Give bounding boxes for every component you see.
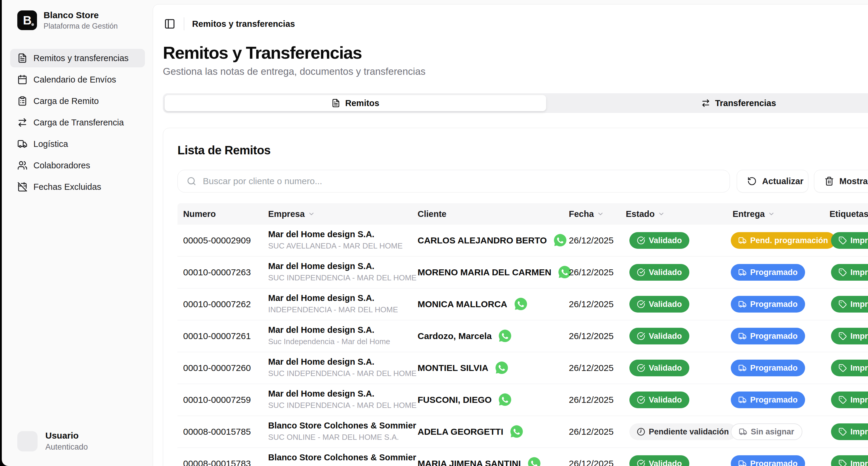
sidebar-item-colaboradores[interactable]: Colaboradores bbox=[10, 156, 145, 175]
chevron-down-icon bbox=[768, 210, 775, 218]
search-box bbox=[178, 170, 730, 193]
status-badge: Validado bbox=[629, 360, 689, 376]
tag-icon bbox=[838, 460, 847, 466]
logo-dot bbox=[31, 23, 34, 26]
client-name: FUSCONI, DIEGO bbox=[417, 395, 492, 405]
company-name: Mar del Home design S.A. bbox=[268, 229, 403, 239]
tab-remitos[interactable]: Remitos bbox=[165, 95, 546, 111]
truck-icon bbox=[738, 300, 747, 308]
sidebar-item-label: Carga de Transferencia bbox=[33, 118, 124, 128]
cell-status: Validado bbox=[629, 392, 689, 408]
cell-tag: Impreso bbox=[831, 296, 868, 312]
truck-icon bbox=[738, 268, 747, 276]
circle-check-icon bbox=[637, 332, 645, 340]
sidebar-item-calendario-de-env-os[interactable]: Calendario de Envíos bbox=[10, 70, 145, 89]
table-row[interactable]: 00005-00002909 Mar del Home design S.A. … bbox=[178, 225, 868, 257]
user-card[interactable]: Usuario Autenticado bbox=[17, 431, 88, 452]
sidebar-item-label: Calendario de Envíos bbox=[33, 75, 116, 85]
cell-delivery: Programado bbox=[731, 392, 805, 408]
status-badge: Validado bbox=[629, 232, 689, 249]
whatsapp-icon[interactable] bbox=[527, 456, 542, 466]
show-deleted-label: Mostrar e bbox=[839, 176, 868, 186]
whatsapp-icon[interactable] bbox=[553, 233, 568, 248]
cell-client: FUSCONI, DIEGO bbox=[417, 392, 513, 407]
cell-company: Blanco Store Colchones & Sommier SUC ONL… bbox=[268, 421, 416, 442]
clipboard-list-icon bbox=[17, 96, 27, 106]
column-header-empresa[interactable]: Empresa bbox=[268, 203, 315, 225]
table-row[interactable]: 00008-00015783 Blanco Store Colchones & … bbox=[178, 448, 868, 466]
tab-bar: Remitos Transferencias bbox=[163, 93, 868, 113]
table-row[interactable]: 00010-00007261 Mar del Home design S.A. … bbox=[178, 320, 868, 352]
cell-number: 00010-00007259 bbox=[183, 395, 251, 405]
whatsapp-icon[interactable] bbox=[513, 297, 528, 312]
tag-icon bbox=[838, 396, 847, 404]
company-name: Mar del Home design S.A. bbox=[268, 325, 390, 335]
cell-delivery: Pend. programación bbox=[731, 232, 836, 249]
sidebar-item-remitos-y-transferencias[interactable]: Remitos y transferencias bbox=[10, 49, 145, 67]
search-input[interactable] bbox=[203, 170, 730, 192]
whatsapp-icon[interactable] bbox=[494, 361, 509, 375]
tab-transferencias[interactable]: Transferencias bbox=[548, 93, 868, 113]
sidebar-nav: Remitos y transferencias Calendario de E… bbox=[2, 49, 153, 199]
circle-check-icon bbox=[637, 396, 645, 404]
table-body: 00005-00002909 Mar del Home design S.A. … bbox=[178, 225, 868, 466]
file-text-icon bbox=[331, 99, 340, 107]
sidebar-toggle-icon[interactable] bbox=[164, 18, 176, 30]
list-card: Lista de Remitos Actualizar Mostrar e Nu… bbox=[163, 128, 868, 466]
tag-icon bbox=[838, 364, 847, 372]
column-label: Etiquetas bbox=[830, 209, 868, 219]
app-window: B Blanco Store Plataforma de Gestión Rem… bbox=[2, 0, 868, 466]
truck-icon bbox=[738, 364, 747, 372]
cell-company: Mar del Home design S.A. SUC INDEPENDENC… bbox=[268, 389, 416, 410]
table-row[interactable]: 00010-00007259 Mar del Home design S.A. … bbox=[178, 384, 868, 416]
sidebar-item-label: Remitos y transferencias bbox=[33, 53, 129, 63]
table-row[interactable]: 00010-00007260 Mar del Home design S.A. … bbox=[178, 352, 868, 384]
cell-number: 00010-00007260 bbox=[183, 363, 251, 373]
search-icon bbox=[187, 176, 196, 186]
whatsapp-icon[interactable] bbox=[498, 329, 513, 343]
delivery-badge: Programado bbox=[731, 392, 805, 408]
tag-badge: Impreso bbox=[831, 264, 868, 281]
cell-date: 26/12/2025 bbox=[569, 395, 614, 405]
column-label: Entrega bbox=[733, 209, 765, 219]
cell-number: 00005-00002909 bbox=[183, 235, 251, 245]
truck-icon bbox=[738, 332, 747, 340]
cell-status: Pendiente validación bbox=[629, 423, 737, 440]
cell-client: MONTIEL SILVIA bbox=[417, 361, 509, 375]
table-row[interactable]: 00010-00007263 Mar del Home design S.A. … bbox=[178, 257, 868, 289]
show-deleted-button[interactable]: Mostrar e bbox=[814, 170, 868, 193]
users-icon bbox=[17, 160, 27, 170]
cell-number: 00010-00007261 bbox=[183, 331, 251, 341]
sidebar-item-carga-de-remito[interactable]: Carga de Remito bbox=[10, 92, 145, 110]
column-header-fecha[interactable]: Fecha bbox=[569, 203, 604, 225]
company-branch: SUC AVELLANEDA - MAR DEL HOME bbox=[268, 241, 403, 251]
company-branch: SUC INDEPENDENCIA - MAR DEL HOME bbox=[268, 273, 416, 282]
table-row[interactable]: 00010-00007262 Mar del Home design S.A. … bbox=[178, 289, 868, 320]
delivery-badge: Programado bbox=[731, 296, 805, 312]
cell-tag: Impreso bbox=[831, 232, 868, 249]
circle-check-icon bbox=[637, 300, 645, 308]
whatsapp-icon[interactable] bbox=[498, 392, 513, 407]
column-label: Empresa bbox=[268, 209, 305, 219]
cell-company: Mar del Home design S.A. INDEPENDENCIA -… bbox=[268, 293, 398, 314]
status-badge: Validado bbox=[629, 455, 689, 466]
column-header-estado[interactable]: Estado bbox=[626, 203, 665, 225]
tag-badge: Impreso bbox=[831, 296, 868, 312]
delivery-badge: Sin asignar bbox=[731, 423, 802, 440]
sidebar-item-carga-de-transferencia[interactable]: Carga de Transferencia bbox=[10, 113, 145, 132]
company-name: Mar del Home design S.A. bbox=[268, 293, 398, 303]
cell-tag: Impreso bbox=[831, 455, 868, 466]
sidebar-item-log-stica[interactable]: Logística bbox=[10, 135, 145, 153]
company-name: Mar del Home design S.A. bbox=[268, 357, 416, 367]
column-header-entrega[interactable]: Entrega bbox=[733, 203, 775, 225]
company-branch: SUC ONLINE - MAR DEL HOME S.A. bbox=[268, 465, 416, 466]
table-row[interactable]: 00008-00015785 Blanco Store Colchones & … bbox=[178, 416, 868, 448]
client-name: ADELA GEORGETTI bbox=[417, 427, 503, 437]
refresh-button[interactable]: Actualizar bbox=[737, 170, 808, 193]
truck-icon bbox=[739, 428, 747, 436]
sidebar-item-fechas-excluidas[interactable]: Fechas Excluidas bbox=[10, 177, 145, 196]
cell-tag: Impreso bbox=[831, 360, 868, 376]
tag-badge: Impreso bbox=[831, 328, 868, 344]
tag-icon bbox=[838, 236, 847, 245]
whatsapp-icon[interactable] bbox=[509, 424, 524, 439]
